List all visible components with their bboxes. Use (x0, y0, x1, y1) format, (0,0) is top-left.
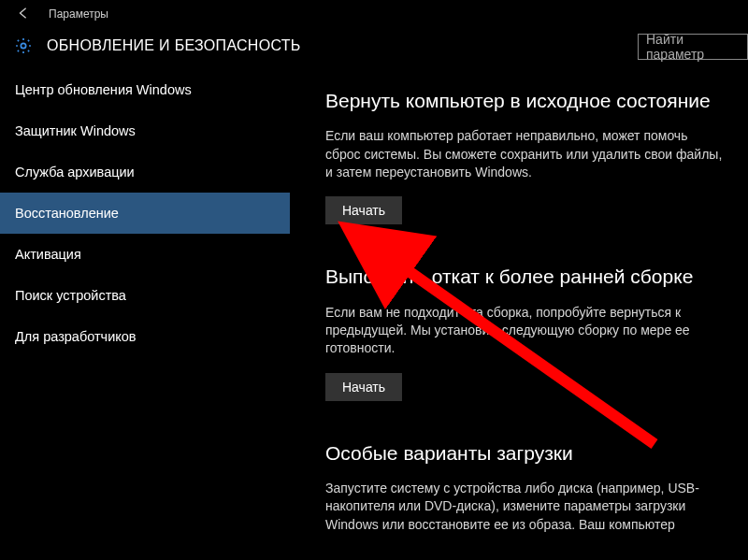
back-icon[interactable] (9, 7, 37, 22)
section-title: Вернуть компьютер в исходное состояние (325, 88, 724, 114)
sidebar-item-defender[interactable]: Защитник Windows (0, 110, 290, 151)
sidebar-item-developers[interactable]: Для разработчиков (0, 316, 290, 357)
section-body: Если ваш компьютер работает неправильно,… (325, 127, 724, 181)
sidebar-item-recovery[interactable]: Восстановление (0, 193, 290, 234)
sidebar-item-windows-update[interactable]: Центр обновления Windows (0, 69, 290, 110)
sidebar-item-find-device[interactable]: Поиск устройства (0, 275, 290, 316)
page-title: ОБНОВЛЕНИЕ И БЕЗОПАСНОСТЬ (47, 37, 301, 54)
search-input[interactable]: Найти параметр (638, 34, 748, 60)
sidebar-item-activation[interactable]: Активация (0, 234, 290, 275)
section-reset-pc: Вернуть компьютер в исходное состояние Е… (325, 88, 724, 224)
content-pane: Вернуть компьютер в исходное состояние Е… (290, 69, 748, 553)
sidebar-item-backup[interactable]: Служба архивации (0, 151, 290, 193)
section-rollback: Выполнить откат к более ранней сборке Ес… (325, 264, 724, 400)
reset-pc-start-button[interactable]: Начать (325, 196, 402, 224)
titlebar: Параметры (0, 0, 748, 28)
svg-point-0 (21, 43, 25, 48)
header: ОБНОВЛЕНИЕ И БЕЗОПАСНОСТЬ Найти параметр (0, 28, 748, 69)
gear-icon (13, 36, 34, 56)
app-title: Параметры (49, 7, 108, 21)
section-advanced-startup: Особые варианты загрузки Запустите систе… (325, 440, 724, 534)
section-title: Особые варианты загрузки (325, 440, 724, 467)
search-placeholder: Найти параметр (646, 32, 740, 62)
section-title: Выполнить откат к более ранней сборке (325, 264, 724, 290)
section-body: Если вам не подходит эта сборка, попробу… (325, 304, 724, 358)
section-body: Запустите систему с устройства либо диск… (325, 480, 724, 534)
sidebar: Центр обновления Windows Защитник Window… (0, 69, 290, 553)
rollback-start-button[interactable]: Начать (325, 373, 402, 401)
